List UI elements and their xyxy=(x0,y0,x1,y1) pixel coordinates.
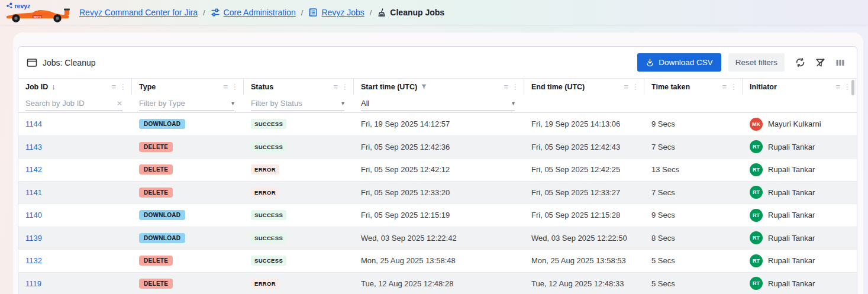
breadcrumb-link[interactable]: Revyz Command Center for Jira xyxy=(79,8,198,17)
jobs-card: Jobs: Cleanup Download CSV Reset filters xyxy=(18,46,857,294)
column-header-initiator[interactable]: Initiator = ⋮ xyxy=(743,79,856,95)
table-row: 1141 DELETE ERROR Fri, 05 Sep 2025 12:33… xyxy=(18,182,857,205)
breadcrumb-separator: / xyxy=(301,8,304,17)
column-label: Time taken xyxy=(651,83,690,91)
breadcrumb-link[interactable]: Core Administration xyxy=(224,8,296,17)
filter-off-icon[interactable] xyxy=(815,57,825,67)
column-header-job-id[interactable]: Job ID ↓ = ⋮ xyxy=(18,79,132,95)
column-label: Job ID xyxy=(25,83,48,91)
start-time-cell: Fri, 05 Sep 2025 12:33:20 xyxy=(354,188,524,197)
job-id-link[interactable]: 1142 xyxy=(25,165,42,174)
column-menu-icon[interactable]: ⋮ xyxy=(231,83,238,91)
start-time-cell: Wed, 03 Sep 2025 12:22:42 xyxy=(354,234,524,243)
start-time-cell: Mon, 25 Aug 2025 13:58:48 xyxy=(354,256,524,265)
refresh-icon[interactable] xyxy=(795,57,805,67)
column-header-start-time[interactable]: Start time (UTC) = ⋮ xyxy=(354,79,524,95)
column-header-status[interactable]: Status = ⋮ xyxy=(244,79,354,95)
avatar: MK xyxy=(750,118,763,131)
breadcrumb-cleanup-jobs: Cleanup Jobs xyxy=(377,8,444,17)
window-icon xyxy=(27,57,37,68)
end-time-cell: Wed, 03 Sep 2025 12:22:50 xyxy=(524,234,644,243)
avatar: RT xyxy=(750,186,763,199)
column-header-type[interactable]: Type = ⋮ xyxy=(132,79,244,95)
column-resize-handle[interactable]: = xyxy=(504,82,508,91)
avatar: RT xyxy=(750,254,763,267)
status-badge: ERROR xyxy=(251,279,279,289)
status-filter-dropdown[interactable]: Filter by Status ▾ xyxy=(251,96,344,111)
time-taken-cell: 5 Secs xyxy=(644,256,743,265)
revyz-logo-image: revyz REVYZ xyxy=(5,1,73,24)
type-badge: DELETE xyxy=(139,164,173,175)
column-menu-icon[interactable]: ⋮ xyxy=(844,83,851,91)
column-resize-handle[interactable]: = xyxy=(223,82,228,91)
table-row: 1143 DELETE SUCCESS Fri, 05 Sep 2025 12:… xyxy=(18,136,857,159)
column-resize-handle[interactable]: = xyxy=(624,82,628,91)
reset-filters-button[interactable]: Reset filters xyxy=(728,53,785,72)
svg-text:REVYZ: REVYZ xyxy=(34,16,41,18)
initiator-name: Rupali Tankar xyxy=(768,234,815,243)
breadcrumb-link[interactable]: Revyz Jobs xyxy=(321,8,364,17)
type-badge: DOWNLOAD xyxy=(139,210,185,220)
initiator-name: Rupali Tankar xyxy=(768,211,815,219)
type-badge: DELETE xyxy=(139,256,173,266)
column-menu-icon[interactable]: ⋮ xyxy=(730,83,737,91)
download-csv-button[interactable]: Download CSV xyxy=(637,53,721,72)
time-taken-cell: 7 Secs xyxy=(644,143,743,151)
column-resize-handle[interactable]: = xyxy=(333,82,338,91)
start-time-cell: Tue, 12 Aug 2025 12:48:28 xyxy=(354,279,524,288)
column-menu-icon[interactable]: ⋮ xyxy=(632,83,639,91)
breadcrumb: Revyz Command Center for Jira / Core Adm… xyxy=(79,8,444,17)
download-csv-label: Download CSV xyxy=(659,58,713,67)
clear-icon[interactable]: ✕ xyxy=(117,99,122,108)
type-filter-dropdown[interactable]: Filter by Type ▾ xyxy=(139,96,234,111)
start-time-filter-dropdown[interactable]: All ▾ xyxy=(361,96,515,111)
job-id-link[interactable]: 1139 xyxy=(25,234,42,243)
job-id-link[interactable]: 1144 xyxy=(25,119,42,128)
start-time-cell: Fri, 19 Sep 2025 14:12:57 xyxy=(354,119,524,128)
job-id-link[interactable]: 1143 xyxy=(25,143,42,151)
column-header-end-time[interactable]: End time (UTC) = ⋮ xyxy=(524,79,644,95)
breadcrumb-revyz-jobs[interactable]: Revyz Jobs xyxy=(308,8,364,17)
status-badge: SUCCESS xyxy=(251,142,286,152)
end-time-cell: Tue, 12 Aug 2025 12:48:33 xyxy=(524,279,644,288)
type-badge: DOWNLOAD xyxy=(139,119,185,129)
time-taken-cell: 13 Secs xyxy=(644,165,743,174)
breadcrumb-core-administration[interactable]: Core Administration xyxy=(211,8,296,17)
avatar: RT xyxy=(750,163,763,176)
chevron-down-icon: ▾ xyxy=(231,100,234,106)
job-id-link[interactable]: 1141 xyxy=(25,188,42,197)
breadcrumb-separator: / xyxy=(370,8,372,17)
job-id-filter[interactable]: ✕ xyxy=(25,96,122,111)
status-badge: ERROR xyxy=(251,188,279,198)
time-taken-cell: 9 Secs xyxy=(644,211,743,219)
time-taken-cell: 7 Secs xyxy=(644,188,743,197)
job-id-link[interactable]: 1119 xyxy=(25,279,41,288)
column-resize-handle[interactable]: = xyxy=(722,82,727,91)
time-taken-cell: 5 Secs xyxy=(644,279,743,288)
avatar: RT xyxy=(750,140,763,153)
column-menu-icon[interactable]: ⋮ xyxy=(341,83,349,91)
table-body: 1144 DOWNLOAD SUCCESS Fri, 19 Sep 2025 1… xyxy=(18,112,857,294)
column-resize-handle[interactable]: = xyxy=(835,82,840,91)
vertical-scrollbar[interactable] xyxy=(851,80,854,95)
column-menu-icon[interactable]: ⋮ xyxy=(512,83,519,91)
column-header-time-taken[interactable]: Time taken = ⋮ xyxy=(644,79,743,95)
table-header: Job ID ↓ = ⋮ Type = ⋮ Status = ⋮ Start t… xyxy=(18,78,857,95)
columns-icon[interactable] xyxy=(835,58,845,67)
start-time-cell: Fri, 05 Sep 2025 12:42:36 xyxy=(354,143,524,151)
end-time-cell: Fri, 19 Sep 2025 14:13:06 xyxy=(524,119,644,128)
job-id-link[interactable]: 1132 xyxy=(25,256,42,265)
start-time-filter-value: All xyxy=(361,99,369,108)
initiator-name: Rupali Tankar xyxy=(768,256,815,265)
type-badge: DOWNLOAD xyxy=(139,233,185,243)
job-id-filter-input[interactable] xyxy=(25,99,113,108)
sort-desc-icon[interactable]: ↓ xyxy=(51,82,56,91)
start-time-cell: Fri, 05 Sep 2025 12:15:19 xyxy=(354,211,524,219)
column-resize-handle[interactable]: = xyxy=(111,82,116,91)
end-time-cell: Fri, 05 Sep 2025 12:42:43 xyxy=(524,143,644,151)
breadcrumb-command-center[interactable]: Revyz Command Center for Jira xyxy=(79,8,198,17)
table-row: 1144 DOWNLOAD SUCCESS Fri, 19 Sep 2025 1… xyxy=(18,113,857,136)
end-time-cell: Fri, 05 Sep 2025 12:15:28 xyxy=(524,211,644,219)
job-id-link[interactable]: 1140 xyxy=(25,211,42,219)
column-menu-icon[interactable]: ⋮ xyxy=(120,83,127,91)
